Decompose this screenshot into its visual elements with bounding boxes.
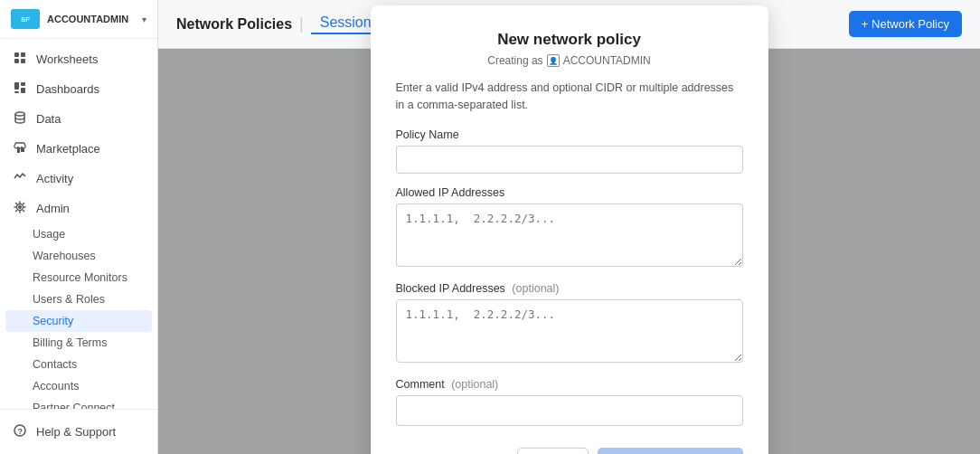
sidebar-item-worksheets[interactable]: Worksheets bbox=[0, 44, 157, 74]
modal-subtitle: Creating as 👤 ACCOUNTADMIN bbox=[396, 54, 743, 67]
sidebar-sub-label: Resource Monitors bbox=[33, 271, 127, 284]
allowed-ip-textarea[interactable] bbox=[396, 203, 743, 267]
sidebar-item-label: Help & Support bbox=[36, 425, 116, 439]
sidebar-item-billing-terms[interactable]: Billing & Terms bbox=[0, 332, 157, 354]
new-network-policy-modal: New network policy Creating as 👤 ACCOUNT… bbox=[371, 5, 768, 454]
sidebar-sub-label: Users & Roles bbox=[33, 293, 105, 306]
sidebar-item-contacts[interactable]: Contacts bbox=[0, 354, 157, 375]
sidebar-sub-label: Billing & Terms bbox=[33, 336, 107, 349]
sidebar-item-label: Data bbox=[36, 112, 61, 126]
svg-rect-4 bbox=[14, 82, 19, 90]
sidebar-item-label: Activity bbox=[36, 172, 73, 185]
worksheets-icon bbox=[13, 51, 27, 68]
sidebar-item-label: Admin bbox=[36, 202, 70, 215]
modal-description: Enter a valid IPv4 address and optional … bbox=[396, 80, 743, 114]
activity-icon bbox=[13, 170, 27, 187]
comment-optional: (optional) bbox=[451, 378, 498, 391]
account-switcher[interactable]: SF ACCOUNTADMIN ▾ bbox=[0, 0, 157, 39]
cancel-button[interactable]: Cancel bbox=[517, 448, 588, 454]
sidebar-item-help-support[interactable]: ? Help & Support bbox=[0, 417, 157, 447]
sidebar-item-partner-connect[interactable]: Partner Connect bbox=[0, 397, 157, 409]
comment-input[interactable] bbox=[396, 395, 743, 426]
sidebar-bottom: ? Help & Support bbox=[0, 409, 157, 454]
modal-title: New network policy bbox=[396, 31, 743, 49]
sidebar-sub-label: Usage bbox=[33, 228, 65, 241]
policy-name-input[interactable] bbox=[396, 146, 743, 174]
help-icon: ? bbox=[13, 423, 27, 440]
sidebar-item-data[interactable]: Data bbox=[0, 104, 157, 134]
svg-rect-3 bbox=[21, 59, 25, 63]
blocked-ip-textarea[interactable] bbox=[396, 299, 743, 363]
svg-rect-1 bbox=[21, 52, 25, 57]
svg-text:?: ? bbox=[18, 427, 24, 436]
data-icon bbox=[13, 110, 27, 128]
sidebar-item-users-roles[interactable]: Users & Roles bbox=[0, 288, 157, 310]
svg-rect-2 bbox=[14, 59, 19, 63]
modal-subtitle-prefix: Creating as bbox=[487, 54, 542, 67]
create-network-policy-button[interactable]: Create network policy bbox=[598, 448, 743, 454]
comment-label: Comment (optional) bbox=[396, 378, 743, 391]
page-title: Network Policies bbox=[176, 16, 292, 33]
sidebar-item-admin[interactable]: Admin bbox=[0, 194, 157, 223]
admin-icon bbox=[13, 200, 27, 217]
dashboards-icon bbox=[13, 80, 27, 98]
svg-rect-6 bbox=[21, 88, 25, 93]
sidebar-item-label: Marketplace bbox=[36, 142, 100, 156]
blocked-ip-optional: (optional) bbox=[512, 282, 559, 295]
modal-actions: Cancel Create network policy bbox=[396, 448, 743, 454]
svg-rect-10 bbox=[21, 148, 24, 152]
sidebar-item-dashboards[interactable]: Dashboards bbox=[0, 74, 157, 104]
sidebar-sub-label: Contacts bbox=[33, 358, 77, 371]
divider: | bbox=[299, 14, 304, 33]
sidebar-item-resource-monitors[interactable]: Resource Monitors bbox=[0, 267, 157, 288]
svg-rect-0 bbox=[14, 52, 19, 57]
new-network-policy-button[interactable]: + Network Policy bbox=[849, 11, 962, 37]
main-content: Network Policies | Sessions + Network Po… bbox=[158, 0, 980, 454]
account-logo: SF bbox=[11, 9, 40, 29]
sidebar: SF ACCOUNTADMIN ▾ Worksheets bbox=[0, 0, 158, 454]
sidebar-item-security[interactable]: Security bbox=[5, 310, 152, 332]
sidebar-nav: Worksheets Dashboards bbox=[0, 39, 157, 409]
chevron-down-icon: ▾ bbox=[142, 14, 146, 24]
svg-point-8 bbox=[15, 112, 24, 116]
modal-overlay: New network policy Creating as 👤 ACCOUNT… bbox=[158, 49, 980, 454]
svg-rect-5 bbox=[21, 82, 25, 86]
sidebar-item-usage[interactable]: Usage bbox=[0, 223, 157, 245]
user-icon: 👤 bbox=[547, 54, 560, 67]
account-name: ACCOUNTADMIN bbox=[47, 14, 135, 24]
sidebar-item-marketplace[interactable]: Marketplace bbox=[0, 134, 157, 164]
svg-point-11 bbox=[18, 205, 22, 209]
sidebar-item-label: Dashboards bbox=[36, 82, 99, 96]
sidebar-sub-label: Security bbox=[33, 315, 73, 327]
policy-name-label: Policy Name bbox=[396, 128, 743, 141]
sidebar-sub-label: Partner Connect bbox=[33, 402, 115, 409]
allowed-ip-label: Allowed IP Addresses bbox=[396, 186, 743, 199]
sidebar-item-label: Worksheets bbox=[36, 52, 98, 66]
marketplace-icon bbox=[13, 140, 27, 157]
sidebar-sub-label: Warehouses bbox=[33, 250, 96, 262]
sidebar-item-warehouses[interactable]: Warehouses bbox=[0, 245, 157, 267]
main-body: New network policy Creating as 👤 ACCOUNT… bbox=[158, 49, 980, 454]
sidebar-item-activity[interactable]: Activity bbox=[0, 164, 157, 194]
modal-subtitle-user: ACCOUNTADMIN bbox=[563, 54, 651, 67]
blocked-ip-label: Blocked IP Addresses (optional) bbox=[396, 282, 743, 295]
sidebar-sub-label: Accounts bbox=[33, 380, 79, 393]
sidebar-item-accounts[interactable]: Accounts bbox=[0, 375, 157, 397]
svg-rect-7 bbox=[14, 91, 19, 93]
svg-rect-9 bbox=[17, 148, 20, 153]
